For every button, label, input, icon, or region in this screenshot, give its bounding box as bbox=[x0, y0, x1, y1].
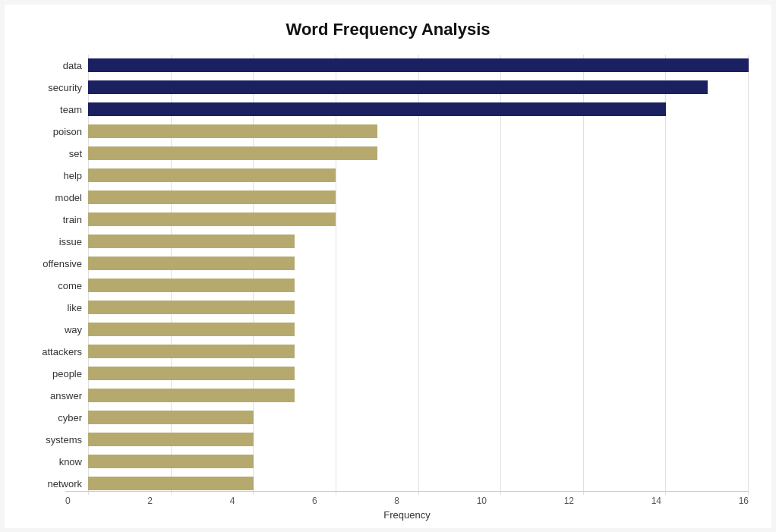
bar-row bbox=[88, 187, 749, 209]
y-label-poison: poison bbox=[53, 121, 82, 143]
bar-way bbox=[88, 323, 295, 335]
bar-people bbox=[88, 367, 295, 379]
bar-row bbox=[88, 319, 749, 341]
bar-cyber bbox=[88, 411, 254, 423]
bar-attackers bbox=[88, 345, 295, 357]
x-tick: 16 bbox=[739, 496, 749, 506]
x-tick: 14 bbox=[651, 496, 661, 506]
x-tick: 4 bbox=[230, 496, 235, 506]
bar-team bbox=[88, 102, 666, 115]
x-tick: 6 bbox=[312, 496, 317, 506]
bar-row bbox=[88, 121, 749, 143]
bar-row bbox=[88, 429, 749, 451]
y-label-way: way bbox=[65, 319, 82, 341]
chart-container: Word Frequency Analysis datasecurityteam… bbox=[5, 5, 771, 528]
bar-security bbox=[88, 80, 708, 93]
y-label-model: model bbox=[55, 187, 82, 209]
bar-row bbox=[88, 451, 749, 473]
bar-poison bbox=[88, 124, 377, 137]
x-tick: 2 bbox=[147, 496, 153, 506]
bar-data bbox=[88, 58, 749, 71]
y-label-data: data bbox=[63, 55, 82, 77]
bar-row bbox=[88, 297, 749, 319]
y-label-issue: issue bbox=[59, 231, 82, 253]
bar-row bbox=[88, 473, 749, 495]
bar-know bbox=[88, 455, 254, 467]
y-label-help: help bbox=[63, 165, 82, 187]
y-label-people: people bbox=[52, 363, 82, 385]
bar-come bbox=[88, 279, 295, 291]
bar-issue bbox=[88, 235, 295, 247]
y-labels: datasecurityteampoisonsethelpmodeltraini… bbox=[27, 55, 88, 495]
x-tick: 10 bbox=[477, 496, 487, 506]
y-label-offensive: offensive bbox=[43, 253, 82, 275]
chart-title: Word Frequency Analysis bbox=[27, 20, 749, 39]
bar-row bbox=[88, 99, 749, 121]
x-tick: 0 bbox=[65, 496, 71, 506]
bars-wrapper bbox=[88, 55, 749, 495]
bar-row bbox=[88, 55, 749, 77]
x-axis-label: Frequency bbox=[65, 509, 749, 521]
y-label-attackers: attackers bbox=[42, 341, 82, 363]
y-label-train: train bbox=[63, 209, 82, 231]
bar-row bbox=[88, 385, 749, 407]
bar-row bbox=[88, 341, 749, 363]
y-label-like: like bbox=[67, 297, 82, 319]
bar-row bbox=[88, 143, 749, 165]
y-label-systems: systems bbox=[46, 429, 82, 451]
bar-row bbox=[88, 363, 749, 385]
bar-network bbox=[88, 477, 254, 490]
y-label-security: security bbox=[48, 77, 82, 99]
bar-row bbox=[88, 407, 749, 429]
y-label-cyber: cyber bbox=[58, 407, 82, 429]
bar-row bbox=[88, 77, 749, 99]
bar-help bbox=[88, 168, 336, 181]
bar-row bbox=[88, 275, 749, 297]
y-label-answer: answer bbox=[50, 385, 82, 407]
bars-and-grid bbox=[88, 55, 749, 495]
bar-row bbox=[88, 165, 749, 187]
chart-area: datasecurityteampoisonsethelpmodeltraini… bbox=[27, 55, 749, 495]
bar-row bbox=[88, 231, 749, 253]
y-label-come: come bbox=[58, 275, 82, 297]
bar-set bbox=[88, 146, 377, 159]
bar-answer bbox=[88, 389, 295, 401]
bar-train bbox=[88, 212, 336, 225]
y-label-set: set bbox=[69, 143, 82, 165]
x-tick: 8 bbox=[394, 496, 399, 506]
bar-offensive bbox=[88, 257, 295, 269]
bar-like bbox=[88, 301, 295, 313]
bar-row bbox=[88, 253, 749, 275]
x-tick: 12 bbox=[564, 496, 574, 506]
y-label-team: team bbox=[60, 99, 82, 121]
bar-row bbox=[88, 209, 749, 231]
bar-model bbox=[88, 190, 336, 203]
y-label-know: know bbox=[59, 451, 82, 473]
bar-systems bbox=[88, 433, 254, 445]
